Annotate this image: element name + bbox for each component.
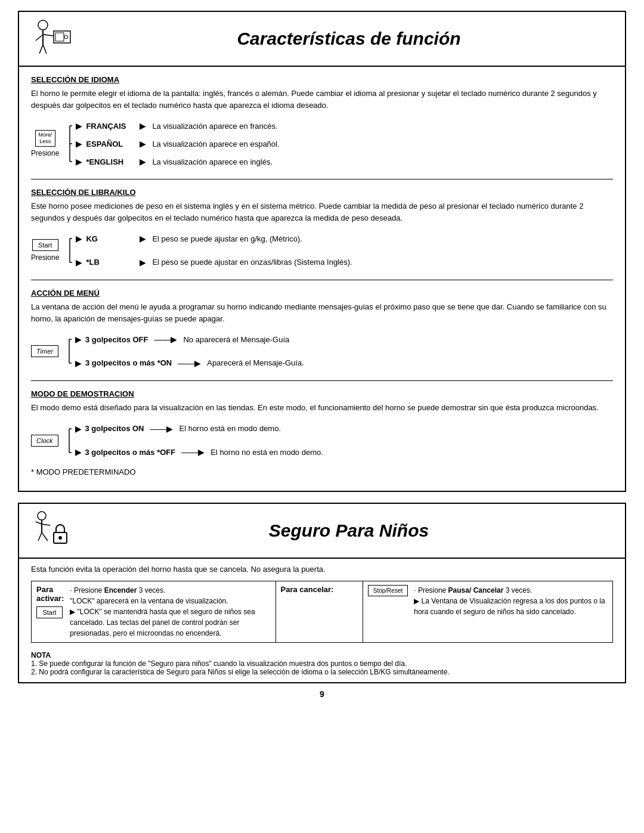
- libra-button-area: Start Presione: [31, 230, 59, 271]
- seguro-title: Seguro Para Niños: [85, 521, 613, 541]
- libra-row-0: ▶ KG ▶ El peso se puede ajustar en g/kg,…: [75, 234, 352, 243]
- demo-row-0: ▶ 3 golpecitos ON ——▶ El horno está en m…: [74, 424, 323, 433]
- demo-label-1: 3 golpecitos o más *OFF: [85, 448, 176, 457]
- idioma-diagram: More/Less Presione ▶ FRANÇAIS ▶ La visua…: [31, 117, 613, 171]
- nota-item-1: 1. Se puede configurar la función de "Se…: [31, 659, 613, 668]
- arrow-icon2-libra-0: ▶: [140, 234, 146, 243]
- arrow-icon-0: ▶: [76, 121, 82, 131]
- section-modo-demo: MODO DE DEMOSTRACION El modo demo está d…: [31, 381, 613, 485]
- arrow-icon-demo-1: ▶: [75, 447, 82, 457]
- seguro-intro: Esta función evita la operación del horn…: [31, 565, 613, 574]
- arrow-icon-libra-0: ▶: [76, 234, 82, 243]
- arrow-icon2-libra-1: ▶: [140, 258, 146, 267]
- section-title-menu: ACCIÓN DE MENÚ: [31, 289, 613, 298]
- demo-result-0: El horno está en modo demo.: [179, 424, 281, 433]
- bracket-svg-libra: [59, 230, 72, 271]
- arrow-icon2-demo-0: ——▶: [150, 424, 173, 433]
- demo-rows: ▶ 3 golpecitos ON ——▶ El horno está en m…: [74, 420, 323, 462]
- menu-row-0: ▶ 3 golpecitos OFF ——▶ No aparecerá el M…: [74, 335, 304, 344]
- svg-point-22: [38, 512, 46, 520]
- menu-row-1: ▶ 3 golpecitos o más *ON ——▶ Aparecerá e…: [74, 358, 304, 368]
- page-number: 9: [0, 689, 644, 699]
- section-text-demo: El modo demo está diseñado para la visua…: [31, 402, 613, 414]
- activar-header: Para activar:: [36, 585, 64, 603]
- svg-point-8: [64, 35, 68, 39]
- libra-presione: Presione: [31, 253, 59, 262]
- arrow-icon-menu-1: ▶: [75, 358, 82, 368]
- menu-result-1: Aparecerá el Mensaje-Guía.: [207, 358, 304, 367]
- bracket-svg-idioma: [59, 117, 72, 171]
- section-text-idioma: El horno le permite elegir el idioma de …: [31, 88, 613, 111]
- activar-text: · Presione Encender 3 veces. "LOCK" apar…: [70, 585, 270, 639]
- arrow-icon2-menu-1: ——▶: [178, 358, 201, 368]
- seguro-header: Seguro Para Niños: [18, 503, 626, 559]
- arrow-icon2-menu-0: ——▶: [154, 335, 177, 344]
- start-button: Start: [32, 239, 58, 251]
- bracket-svg-menu: [58, 330, 72, 372]
- demo-diagram: Clock ▶ 3 golpecitos ON ——▶ El horno est…: [31, 420, 613, 462]
- nota-item-2: 2. No podrá configurar la característica…: [31, 668, 613, 676]
- header-icon: [31, 18, 73, 60]
- section-title-libra: SELECCIÓN DE LIBRA/KILO: [31, 188, 613, 197]
- idioma-label-0: FRANÇAIS: [86, 122, 134, 131]
- arrow-icon-2: ▶: [76, 157, 82, 166]
- timer-button: Timer: [31, 345, 58, 357]
- idioma-result-2: La visualización aparece en inglés.: [152, 157, 273, 166]
- modo-predeterminado: * MODO PREDETERMINADO: [31, 467, 613, 476]
- cancelar-header: Para cancelar:: [281, 585, 358, 594]
- svg-line-25: [42, 524, 50, 525]
- section-title-idioma: SELECCIÓN DE IDIOMA: [31, 75, 613, 84]
- svg-line-2: [36, 35, 43, 41]
- libra-result-1: El peso se puede ajustar en onzas/libras…: [152, 258, 352, 267]
- section-seleccion-idioma: SELECCIÓN DE IDIOMA El horno le permite …: [31, 67, 613, 179]
- idioma-result-1: La visualización aparece en español.: [152, 140, 279, 148]
- seguro-content: Esta función evita la operación del horn…: [18, 559, 626, 683]
- activar-cancelar-table: Para activar: Start · Presione Encender …: [31, 581, 613, 643]
- libra-rows: ▶ KG ▶ El peso se puede ajustar en g/kg,…: [75, 230, 352, 271]
- arrow-icon2-0: ▶: [140, 121, 146, 131]
- arrow-icon2-demo-1: ——▶: [181, 447, 205, 457]
- bracket-svg-demo: [58, 420, 72, 462]
- section-accion-menu: ACCIÓN DE MENÚ La ventana de acción del …: [31, 280, 613, 381]
- idioma-button-area: More/Less Presione: [31, 117, 59, 171]
- nota-section: NOTA 1. Se puede configurar la función d…: [31, 651, 613, 676]
- menu-rows: ▶ 3 golpecitos OFF ——▶ No aparecerá el M…: [74, 330, 304, 372]
- arrow-icon-demo-0: ▶: [75, 424, 82, 433]
- cancelar-text: · Presione Pausa/ Cancelar 3 veces. ▶ La…: [414, 585, 608, 617]
- libra-result-0: El peso se puede ajustar en g/kg, (Métri…: [152, 234, 302, 243]
- arrow-icon2-2: ▶: [140, 157, 146, 166]
- arrow-icon-1: ▶: [76, 139, 82, 148]
- arrow-icon-menu-0: ▶: [75, 335, 82, 344]
- idioma-label-2: *ENGLISH: [86, 157, 134, 166]
- svg-rect-7: [55, 33, 64, 41]
- menu-label-0: 3 golpecitos OFF: [85, 335, 148, 344]
- page-header: Características de función: [18, 11, 626, 67]
- page-title: Características de función: [85, 29, 613, 49]
- activar-start-button: Start: [36, 606, 63, 618]
- svg-line-27: [42, 532, 48, 541]
- libra-label-1: *LB: [86, 258, 134, 267]
- main-content: SELECCIÓN DE IDIOMA El horno le permite …: [18, 67, 626, 492]
- idioma-label-1: ESPAÑOL: [86, 140, 134, 148]
- svg-point-29: [58, 536, 62, 540]
- idioma-rows: ▶ FRANÇAIS ▶ La visualización aparece en…: [75, 117, 279, 171]
- svg-point-0: [38, 20, 48, 30]
- demo-row-1: ▶ 3 golpecitos o más *OFF ——▶ El horno n…: [74, 447, 323, 457]
- svg-line-26: [38, 532, 42, 541]
- section-text-menu: La ventana de acción del menú le ayuda a…: [31, 301, 613, 324]
- idioma-presione: Presione: [31, 149, 59, 157]
- menu-button-area: Timer: [31, 330, 58, 372]
- section-seleccion-libra: SELECCIÓN DE LIBRA/KILO Este horno posee…: [31, 179, 613, 280]
- idioma-row-1: ▶ ESPAÑOL ▶ La visualización aparece en …: [75, 139, 279, 148]
- demo-button-area: Clock: [31, 420, 58, 462]
- svg-line-5: [43, 45, 47, 54]
- libra-diagram: Start Presione ▶ KG ▶ El peso se puede a…: [31, 230, 613, 271]
- idioma-row-2: ▶ *ENGLISH ▶ La visualización aparece en…: [75, 157, 279, 166]
- svg-line-24: [36, 522, 42, 524]
- section-text-libra: Este horno posee mediciones de peso en e…: [31, 200, 613, 224]
- arrow-icon2-1: ▶: [140, 139, 146, 148]
- seguro-icon: [31, 510, 73, 552]
- cancelar-stopreset-button: Stop/Reset: [368, 585, 408, 596]
- section-title-demo: MODO DE DEMOSTRACION: [31, 389, 613, 398]
- demo-label-0: 3 golpecitos ON: [85, 424, 144, 433]
